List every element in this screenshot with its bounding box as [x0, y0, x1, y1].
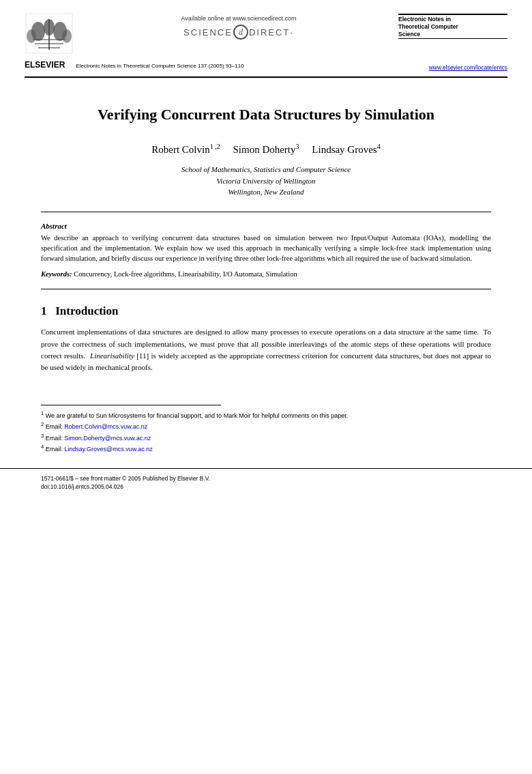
journal-citation: Electronic Notes in Theoretical Computer…	[76, 63, 428, 69]
header-top-rule	[398, 14, 507, 15]
header-center: Available online at www.sciencedirect.co…	[79, 12, 398, 40]
elsevier-text-label: ELSEVIER	[25, 60, 65, 70]
footer-doi: doi:10.1016/j.entcs.2005.04.026	[41, 483, 491, 491]
author-2-sup: 3	[296, 143, 299, 150]
footer-issn: 1571-0661/$ – see front matter © 2005 Pu…	[41, 474, 491, 483]
author-3-sup: 4	[377, 143, 381, 150]
sd-text-left: SCIENCE	[183, 27, 233, 38]
footnote-1: 1 We are grateful to Sun Microsystems fo…	[41, 410, 491, 421]
abstract-text: We describe an approach to verifying con…	[41, 233, 491, 264]
abstract-section: Abstract We describe an approach to veri…	[41, 222, 491, 280]
author-3: Lindsay Groves4	[312, 144, 380, 155]
footnote-2: 2 Email: Robert.Colvin@mcs.vuw.ac.nz	[41, 420, 491, 432]
footnote-divider	[41, 405, 221, 405]
elsevier-logo	[25, 12, 79, 57]
footnote-4: 4 Email: Lindsay.Groves@mcs.vuw.ac.nz	[41, 443, 491, 455]
available-online-text: Available online at www.sciencedirect.co…	[181, 15, 297, 22]
section-1-heading: 1 Introduction	[41, 304, 491, 318]
abstract-label: Abstract	[41, 222, 491, 230]
svg-point-9	[44, 19, 55, 35]
affiliation: School of Mathematics, Statistics and Co…	[41, 164, 491, 198]
url-bar: www.elsevier.com/locate/entcs	[429, 60, 507, 72]
footnote-2-email[interactable]: Robert.Colvin@mcs.vuw.ac.nz	[64, 423, 147, 430]
header: Available online at www.sciencedirect.co…	[0, 0, 532, 57]
keywords-text: Concurrency, Lock-free algorithms, Linea…	[74, 270, 297, 278]
section-1-paragraph-1: Concurrent implementations of data struc…	[41, 326, 491, 373]
svg-point-12	[62, 29, 72, 43]
sciencedirect-logo: SCIENCE d DIRECT·	[183, 25, 294, 40]
journal-name-right: Electronic Notes in Theoretical Computer…	[398, 16, 507, 38]
page: Available online at www.sciencedirect.co…	[0, 0, 532, 774]
main-content: Verifying Concurrent Data Structures by …	[0, 78, 532, 394]
elsevier-url-link[interactable]: www.elsevier.com/locate/entcs	[429, 64, 507, 71]
keywords-label: Keywords:	[41, 270, 72, 278]
sd-circle-icon: d	[233, 25, 248, 40]
header-bottom-rule	[398, 38, 507, 39]
author-2: Simon Doherty3	[233, 144, 299, 155]
author-1-sup: 1 ,2	[210, 143, 220, 150]
journal-name-box: Electronic Notes in Theoretical Computer…	[398, 12, 507, 39]
footnote-3: 3 Email: Simon.Doherty@mcs.vuw.ac.nz	[41, 432, 491, 444]
svg-point-11	[27, 29, 36, 43]
authors-line: Robert Colvin1 ,2 Simon Doherty3 Lindsay…	[41, 141, 491, 158]
footnote-area: 1 We are grateful to Sun Microsystems fo…	[0, 405, 532, 455]
keywords-line: Keywords: Concurrency, Lock-free algorit…	[41, 269, 491, 279]
footnote-3-email[interactable]: Simon.Doherty@mcs.vuw.ac.nz	[64, 435, 151, 442]
author-1: Robert Colvin1 ,2	[151, 144, 220, 155]
abstract-divider-bottom	[41, 289, 491, 289]
footnote-4-email[interactable]: Lindsay.Groves@mcs.vuw.ac.nz	[64, 446, 153, 453]
page-footer: 1571-0661/$ – see front matter © 2005 Pu…	[0, 468, 532, 498]
journal-info-bar: ELSEVIER Electronic Notes in Theoretical…	[0, 57, 532, 72]
paper-title: Verifying Concurrent Data Structures by …	[41, 105, 491, 125]
sd-text-right: DIRECT·	[249, 27, 294, 38]
abstract-divider-top	[41, 212, 491, 212]
